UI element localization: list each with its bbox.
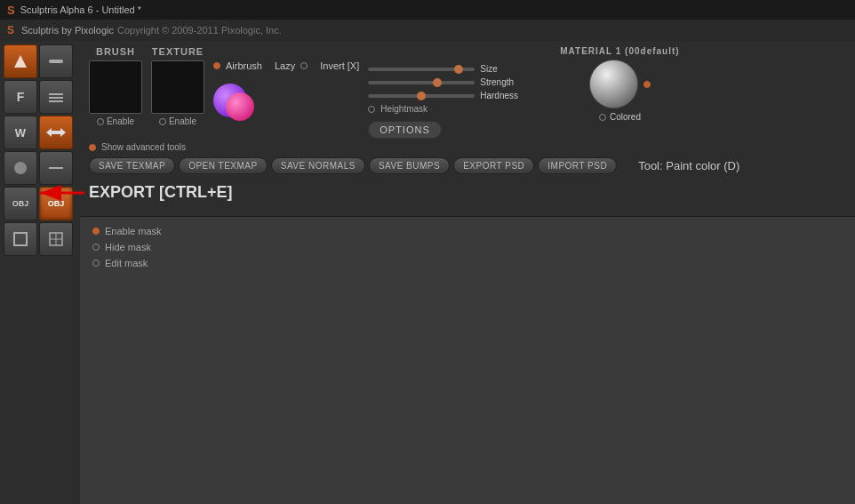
hardness-label: Hardness [480, 91, 533, 100]
invert-label: Invert [X] [320, 60, 359, 71]
lazy-radio[interactable] [300, 62, 308, 69]
material-preview[interactable] [589, 60, 638, 108]
strength-slider-row: Strength [368, 77, 533, 87]
colored-label: Colored [610, 112, 641, 122]
texture-section: TEXTURE Enable [151, 46, 204, 126]
export-label: EXPORT [CTRL+E] [89, 183, 233, 202]
export-section: EXPORT [CTRL+E] [89, 180, 846, 211]
app-name: Sculptris by Pixologic [21, 25, 114, 36]
title-bar: S Sculptris Alpha 6 - Untitled * [0, 0, 855, 20]
svg-rect-7 [14, 233, 27, 245]
open-texmap-button[interactable]: OPEN TEXMAP [179, 157, 268, 174]
app-logo-small: S [7, 24, 14, 36]
texture-enable-row: Enable [159, 116, 196, 126]
brush-enable-radio[interactable] [97, 118, 104, 125]
options-button[interactable]: OPTIONS [368, 121, 442, 139]
sliders-section: Size Strength Hardness [368, 46, 533, 139]
material-colored-radio[interactable] [643, 81, 651, 88]
advanced-tools-label: Show advanced tools [101, 142, 186, 152]
hardness-slider-row: Hardness [368, 91, 533, 100]
enable-mask-row: Enable mask [92, 226, 843, 236]
brush-enable-row: Enable [97, 116, 134, 126]
content-area: BRUSH Enable TEXTURE Enable [80, 41, 855, 504]
brush-enable-label: Enable [107, 116, 134, 126]
brush-section: BRUSH Enable [89, 46, 142, 126]
enable-mask-radio[interactable] [92, 228, 100, 235]
hide-mask-row: Hide mask [92, 242, 843, 252]
controls-row1: BRUSH Enable TEXTURE Enable [89, 46, 846, 139]
colored-radio[interactable] [599, 114, 606, 121]
edit-mask-row: Edit mask [92, 258, 843, 268]
strength-label: Strength [480, 77, 533, 87]
tool-grid-button[interactable] [39, 222, 73, 256]
tool-label: Tool: Paint color (D) [638, 159, 739, 172]
app-logo: S [7, 4, 15, 17]
size-label: Size [480, 64, 533, 74]
red-arrow [22, 175, 93, 211]
tool-f-button[interactable]: F [4, 80, 37, 114]
texture-label: TEXTURE [152, 46, 204, 57]
size-slider[interactable] [368, 68, 475, 71]
size-slider-row: Size [368, 64, 533, 74]
svg-marker-4 [46, 128, 66, 137]
texture-enable-label: Enable [169, 116, 196, 126]
tool-square-button[interactable] [4, 222, 37, 256]
svg-rect-0 [49, 60, 63, 63]
sidebar-row-3: W [4, 116, 76, 149]
hardness-slider[interactable] [368, 94, 475, 98]
heightmask-row: Heightmask [368, 104, 533, 114]
material-section: MATERIAL 1 (00default) Colored [560, 46, 679, 122]
left-sidebar: F W [0, 41, 80, 504]
mask-options: Enable mask Hide mask Edit mask [80, 217, 855, 277]
color-ball-pink [226, 92, 254, 121]
airbrush-radio[interactable] [213, 62, 220, 69]
material-label: MATERIAL 1 (00default) [560, 46, 679, 56]
airbrush-section: Airbrush Lazy Invert [X] [213, 46, 359, 128]
heightmask-label: Heightmask [380, 104, 428, 114]
hide-mask-radio[interactable] [92, 244, 100, 251]
tool-arrows-button[interactable] [39, 116, 73, 149]
svg-point-5 [14, 162, 27, 174]
sidebar-row-1 [4, 44, 76, 78]
color-picker[interactable] [213, 75, 258, 128]
texture-preview [151, 60, 204, 114]
import-psd-button[interactable]: IMPORT PSD [538, 157, 617, 174]
svg-rect-2 [49, 97, 63, 99]
toolbar-row: SAVE TEXMAP OPEN TEXMAP SAVE NORMALS SAV… [89, 156, 846, 176]
save-bumps-button[interactable]: SAVE BUMPS [369, 157, 450, 174]
export-psd-button[interactable]: EXPORT PSD [453, 157, 534, 174]
strength-slider[interactable] [368, 81, 475, 84]
save-normals-button[interactable]: SAVE NORMALS [271, 157, 365, 174]
edit-mask-radio[interactable] [92, 260, 100, 267]
texture-enable-radio[interactable] [159, 118, 166, 125]
edit-mask-label: Edit mask [105, 258, 148, 268]
brush-label: BRUSH [96, 46, 135, 57]
sidebar-row-2: F [4, 80, 76, 114]
top-controls-panel: BRUSH Enable TEXTURE Enable [80, 41, 855, 217]
svg-rect-1 [49, 93, 63, 95]
advanced-tools-radio[interactable] [89, 144, 96, 151]
enable-mask-label: Enable mask [105, 226, 162, 236]
lazy-label: Lazy [275, 60, 295, 71]
sidebar-row-6 [4, 222, 76, 256]
tool-lines-button[interactable] [39, 80, 73, 114]
menu-bar: S Sculptris by Pixologic Copyright © 200… [0, 20, 855, 41]
brush-preview [89, 60, 142, 114]
tool-draw-button[interactable] [4, 44, 37, 78]
svg-rect-6 [49, 167, 63, 169]
tool-smooth-button[interactable] [39, 44, 73, 78]
heightmask-radio[interactable] [368, 106, 375, 113]
hide-mask-label: Hide mask [105, 242, 151, 252]
tool-w-button[interactable]: W [4, 116, 37, 149]
window-title: Sculptris Alpha 6 - Untitled * [20, 4, 141, 15]
airbrush-row: Airbrush Lazy Invert [X] [213, 60, 359, 71]
svg-rect-3 [49, 100, 63, 102]
save-texmap-button[interactable]: SAVE TEXMAP [89, 157, 175, 174]
copyright: Copyright © 2009-2011 Pixologic, Inc. [117, 25, 282, 36]
advanced-tools-row: Show advanced tools [89, 142, 846, 152]
airbrush-label: Airbrush [226, 60, 262, 71]
